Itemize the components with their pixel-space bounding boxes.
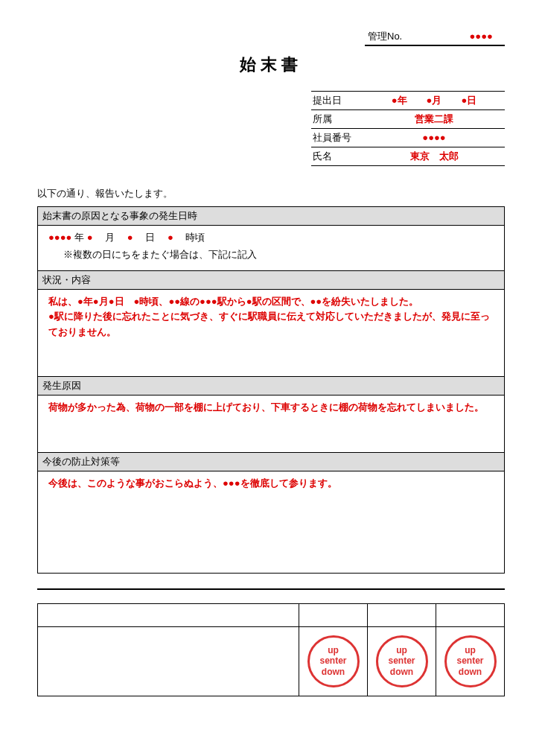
meta-date-value: ●年 ●月 ●日 xyxy=(365,94,503,107)
stamp-header-2 xyxy=(368,603,436,626)
stamp-body-blank xyxy=(38,626,299,696)
dt-day-label: 日 xyxy=(136,232,165,243)
dt-time-mark: ● xyxy=(168,232,173,243)
seal-stamp-icon: up senter down xyxy=(376,635,428,687)
situation-line2: ●駅に降りた後に忘れたことに気づき、すぐに駅職員に伝えて対応していただきましたが… xyxy=(48,309,497,340)
stamp-l1: up xyxy=(396,645,407,655)
document-title: 始末書 xyxy=(37,54,505,76)
section-body-datetime: ●●●● 年 ● 月 ● 日 ● 時頃 ※複数の日にちをまたぐ場合は、下記に記入 xyxy=(38,226,504,271)
divider xyxy=(37,588,505,590)
document-page: 管理No. ●●●● 始末書 提出日 ●年 ●月 ●日 所属 営業二課 社員番号… xyxy=(0,0,542,719)
stamp-l2: senter xyxy=(319,655,346,666)
section-body-prevention: 今後は、このような事がおこらぬよう、●●●を徹底して参ります。 xyxy=(38,471,504,573)
stamp-l1: up xyxy=(328,645,339,655)
meta-dept-value: 営業二課 xyxy=(365,112,503,126)
meta-name-label: 氏名 xyxy=(313,150,365,163)
stamp-l3: down xyxy=(322,667,345,677)
stamp-l1: up xyxy=(465,645,476,655)
prevention-text: 今後は、このような事がおこらぬよう、●●●を徹底して参ります。 xyxy=(48,476,497,492)
situation-line1: 私は、●年●月●日 ●時頃、●●線の●●●駅から●駅の区間で、●●を紛失いたしま… xyxy=(48,294,497,310)
stamp-cell-1: up senter down xyxy=(299,626,368,696)
dt-month-mark: ● xyxy=(87,232,93,243)
section-head-prevention: 今後の防止対策等 xyxy=(38,453,504,471)
stamp-cell-3: up senter down xyxy=(436,626,505,696)
meta-empno-label: 社員番号 xyxy=(313,131,365,144)
approval-stamp-table: up senter down up senter down up senter … xyxy=(37,603,505,696)
dt-month-label: 月 xyxy=(95,232,124,243)
stamp-l3: down xyxy=(390,667,413,677)
cause-text: 荷物が多かった為、荷物の一部を棚に上げており、下車するときに棚の荷物を忘れてしま… xyxy=(48,400,497,416)
meta-empno-value: ●●●● xyxy=(365,132,503,143)
seal-stamp-icon: up senter down xyxy=(307,635,360,687)
section-head-datetime: 始末書の原因となる事象の発生日時 xyxy=(38,207,504,226)
meta-table: 提出日 ●年 ●月 ●日 所属 営業二課 社員番号 ●●●● 氏名 東京 太郎 xyxy=(311,91,505,166)
mgmt-value: ●●●● xyxy=(418,31,493,42)
intro-text: 以下の通り、報告いたします。 xyxy=(37,187,505,200)
dt-year-mark: ●●●● xyxy=(48,232,71,243)
stamp-l2: senter xyxy=(388,655,415,666)
stamp-l3: down xyxy=(459,667,482,677)
stamp-header-3 xyxy=(436,603,505,626)
stamp-l2: senter xyxy=(456,655,483,666)
dt-day-mark: ● xyxy=(127,232,133,243)
section-head-situation: 状況・内容 xyxy=(38,271,504,290)
stamp-header-blank xyxy=(38,603,299,626)
meta-name-value: 東京 太郎 xyxy=(365,150,503,163)
meta-date-label: 提出日 xyxy=(313,94,365,107)
mgmt-label: 管理No. xyxy=(368,31,402,42)
dt-time-label: 時頃 xyxy=(176,232,205,243)
seal-stamp-icon: up senter down xyxy=(444,635,497,687)
dt-year-label: 年 xyxy=(74,232,87,243)
management-number-block: 管理No. ●●●● xyxy=(37,30,505,46)
form-box: 始末書の原因となる事象の発生日時 ●●●● 年 ● 月 ● 日 ● 時頃 ※複数… xyxy=(37,206,505,574)
stamp-header-1 xyxy=(299,603,368,626)
section-body-cause: 荷物が多かった為、荷物の一部を棚に上げており、下車するときに棚の荷物を忘れてしま… xyxy=(38,396,504,453)
dt-note: ※複数の日にちをまたぐ場合は、下記に記入 xyxy=(63,247,497,263)
meta-dept-label: 所属 xyxy=(313,112,365,126)
section-body-situation: 私は、●年●月●日 ●時頃、●●線の●●●駅から●駅の区間で、●●を紛失いたしま… xyxy=(38,290,504,377)
stamp-cell-2: up senter down xyxy=(368,626,436,696)
section-head-cause: 発生原因 xyxy=(38,377,504,396)
